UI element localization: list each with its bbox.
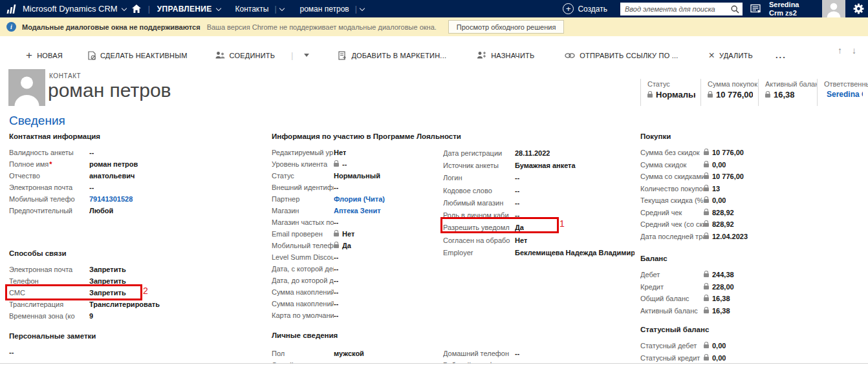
section-title: Баланс <box>640 255 834 265</box>
field-row: СМСЗапретить <box>9 287 265 299</box>
field-value: -- <box>334 253 338 261</box>
workaround-button[interactable]: Просмотр обходного решения <box>448 20 565 34</box>
field-row: Логин-- <box>443 172 635 184</box>
tab-summary[interactable]: Сведения <box>9 114 65 128</box>
record-name: роман петров <box>48 79 171 101</box>
field-label: Логин <box>443 174 515 182</box>
field-label: Статус <box>272 172 334 180</box>
field-value: Запретить <box>89 277 126 285</box>
field-row: Роль в личном каби-- <box>443 209 635 221</box>
field-label: Количество покупок <box>640 185 704 193</box>
field-value: 0,00 <box>712 342 726 350</box>
lock-icon <box>704 235 709 239</box>
add-to-marketing-button[interactable]: ДОБАВИТЬ В МАРКЕТИН... <box>338 51 446 60</box>
field-row: Домашний телефон-- <box>443 348 635 359</box>
user-avatar[interactable] <box>822 0 845 17</box>
recently-viewed-button[interactable] <box>750 4 761 14</box>
field-row: СтатусНормальный <box>272 170 444 182</box>
field-row: Сумма скидок0,00 <box>640 159 834 171</box>
settings-button[interactable] <box>853 3 864 14</box>
delete-button[interactable]: × УДАЛИТЬ <box>708 52 753 59</box>
lock-icon <box>334 233 339 236</box>
field-value: -- <box>334 265 338 273</box>
connect-button[interactable]: СОЕДИНИТЬ <box>215 51 276 59</box>
assign-button[interactable]: НАЗНАЧИТЬ <box>477 51 534 59</box>
nav-menu-admin[interactable]: УПРАВЛЕНИЕ <box>157 5 221 14</box>
create-button[interactable]: + Создать <box>563 3 607 14</box>
field-label: Сумма накоплений , <box>272 288 334 296</box>
field-label: Магазин <box>272 207 334 215</box>
field-list: Сумма без скидок10 776,00Сумма скидок0,0… <box>640 147 834 242</box>
field-value: 12.04.2023 <box>712 233 748 240</box>
field-value: Нет <box>515 236 527 244</box>
field-label: Сумма со скидками <box>640 173 704 180</box>
field-label: Партнер <box>272 195 334 203</box>
field-label: Согласен на обрабо <box>443 236 515 244</box>
field-value: Транслитерировать <box>89 300 160 308</box>
connect-dropdown-button[interactable] <box>304 54 309 57</box>
email-link-icon <box>565 52 575 59</box>
search-input[interactable] <box>620 3 743 16</box>
notes-value: -- <box>9 348 265 356</box>
lock-icon <box>704 163 709 167</box>
field-value: Нормальный <box>334 172 380 180</box>
field-value: 16,38 <box>712 295 730 302</box>
field-label: Дата регистрации <box>443 149 515 157</box>
field-row: Email проверенНет <box>272 228 444 240</box>
user-name[interactable]: Seredina Crm zs2 <box>769 1 814 17</box>
column-contact-info: Контактная информация Валидность анкеты-… <box>9 132 265 356</box>
field-value: -- <box>334 184 338 191</box>
search-icon[interactable] <box>731 5 739 14</box>
email-link-button[interactable]: ОТПРАВИТЬ ССЫЛКУ ПО ... <box>565 52 678 59</box>
field-row: Полное имя*роман петров <box>9 158 265 170</box>
field-row: ПредпочтительныйЛюбой <box>9 205 265 216</box>
field-value: 16,38 <box>712 307 730 315</box>
field-label: Полное имя* <box>9 160 89 168</box>
scroll-down-icon[interactable]: ↓ <box>852 45 856 56</box>
scroll-up-icon[interactable]: ↑ <box>838 45 842 56</box>
deactivate-button[interactable]: СДЕЛАТЬ НЕАКТИВНЫМ <box>88 51 188 60</box>
nav-menu-contacts[interactable]: Контакты| <box>235 5 284 14</box>
field-value: -- <box>342 160 347 168</box>
new-button[interactable]: +НОВАЯ <box>26 52 63 59</box>
field-value: 10 776,00 <box>712 149 744 156</box>
field-value: -- <box>515 211 519 219</box>
field-row: Магазин частых пок-- <box>272 216 444 228</box>
field-row: ПартнерФлория (Чита) <box>272 193 444 205</box>
chevron-down-icon <box>360 5 365 10</box>
recently-viewed-icon <box>750 4 761 14</box>
field-row: Валидность анкеты-- <box>9 147 265 158</box>
field-list-personal-right: Домашний телефон--Рабочий телефон <box>443 348 635 365</box>
field-value-link[interactable]: Аптека Зенит <box>334 207 381 215</box>
field-list-loyalty-right: Дата регистрации28.11.2022Источник анкет… <box>443 147 635 259</box>
field-label: Сумма без скидок <box>640 149 704 156</box>
owner-link[interactable]: Seredina Crm <box>824 90 863 99</box>
section-title: Покупки <box>640 132 834 143</box>
app-title[interactable]: Microsoft Dynamics CRM <box>23 4 126 14</box>
record-header: КОНТАКТ роман петров Статус Нормальный С… <box>0 68 868 110</box>
field-value: -- <box>334 218 338 226</box>
field-value-link[interactable]: Флория (Чита) <box>334 195 385 203</box>
lock-icon <box>704 273 709 277</box>
field-value: Беклемищева Надежда Владимирова <box>515 249 635 257</box>
field-value-link[interactable]: 79141301528 <box>89 195 133 203</box>
field-value: -- <box>515 199 519 207</box>
field-value: роман петров <box>89 160 138 168</box>
field-row: Level Summ Discoun-- <box>272 251 444 263</box>
nav-menu-record[interactable]: роман петров| <box>300 5 364 14</box>
more-commands-button[interactable]: ... <box>776 50 787 60</box>
field-value: Запретить <box>89 289 126 297</box>
top-navbar: Microsoft Dynamics CRM | УПРАВЛЕНИЕ Конт… <box>0 0 868 17</box>
field-label: Роль в личном каби <box>443 211 515 219</box>
contact-avatar[interactable] <box>8 69 45 106</box>
field-row: Дата регистрации28.11.2022 <box>443 147 635 159</box>
field-row: Количество покупок13 <box>640 183 834 195</box>
dynamics-logo-icon <box>6 5 17 14</box>
create-plus-icon: + <box>563 3 574 14</box>
home-button[interactable] <box>132 5 141 13</box>
field-row: Сумма накоплений ,-- <box>272 286 444 298</box>
field-row: Любимый магазин-- <box>443 196 635 209</box>
info-icon: i <box>6 22 16 32</box>
field-list-personal-left: ПолмужскойСемейное положени <box>272 348 444 365</box>
chevron-down-icon <box>215 5 221 10</box>
